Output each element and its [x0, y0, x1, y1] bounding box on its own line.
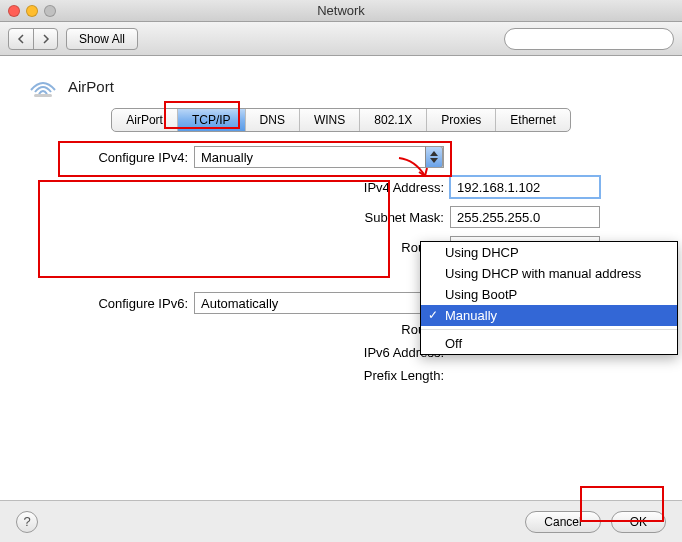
window-title: Network [0, 3, 682, 18]
configure-ipv6-label: Configure IPv6: [28, 296, 188, 311]
search-input[interactable] [504, 28, 674, 50]
chevron-right-icon [41, 34, 51, 44]
search-box [504, 28, 674, 50]
tab-tcpip[interactable]: TCP/IP [177, 109, 245, 131]
traffic-lights [0, 5, 56, 17]
stepper-icon [425, 146, 443, 168]
subnet-mask-input[interactable] [450, 206, 600, 228]
tab-8021x[interactable]: 802.1X [359, 109, 426, 131]
configure-ipv6-select[interactable]: Automatically [194, 292, 444, 314]
configure-ipv4-select[interactable]: Manually [194, 146, 444, 168]
popup-item[interactable]: Using DHCP [421, 242, 677, 263]
forward-button[interactable] [33, 29, 57, 49]
configure-ipv6-value: Automatically [201, 296, 278, 311]
tab-ethernet[interactable]: Ethernet [495, 109, 569, 131]
close-window-button[interactable] [8, 5, 20, 17]
content-pane: AirPort AirPortTCP/IPDNSWINS802.1XProxie… [0, 56, 682, 399]
tab-dns[interactable]: DNS [245, 109, 299, 131]
prefix-length-label: Prefix Length: [194, 368, 444, 383]
tab-airport[interactable]: AirPort [112, 109, 177, 131]
nav-segmented [8, 28, 58, 50]
ipv4-address-input[interactable] [450, 176, 600, 198]
configure-ipv4-value: Manually [201, 150, 253, 165]
ipv4-address-label: IPv4 Address: [194, 180, 444, 195]
popup-item[interactable]: Off [421, 333, 677, 354]
panel-header: AirPort [28, 74, 654, 98]
svg-rect-2 [34, 94, 52, 97]
tab-proxies[interactable]: Proxies [426, 109, 495, 131]
configure-ipv4-popup: Using DHCPUsing DHCP with manual address… [420, 241, 678, 355]
help-icon: ? [23, 514, 30, 529]
popup-item[interactable]: Manually [421, 305, 677, 326]
subnet-mask-label: Subnet Mask: [194, 210, 444, 225]
titlebar: Network [0, 0, 682, 22]
help-button[interactable]: ? [16, 511, 38, 533]
popup-item[interactable]: Using BootP [421, 284, 677, 305]
ipv6-address-label: IPv6 Address: [194, 345, 444, 360]
ipv6-router-label: Router: [194, 322, 444, 337]
toolbar: Show All [0, 22, 682, 56]
ok-button[interactable]: OK [611, 511, 666, 533]
tabs-bar: AirPortTCP/IPDNSWINS802.1XProxiesEtherne… [28, 108, 654, 132]
cancel-button[interactable]: Cancel [525, 511, 600, 533]
show-all-button[interactable]: Show All [66, 28, 138, 50]
zoom-window-button[interactable] [44, 5, 56, 17]
panel-title: AirPort [68, 78, 114, 95]
back-button[interactable] [9, 29, 33, 49]
popup-item[interactable]: Using DHCP with manual address [421, 263, 677, 284]
chevron-left-icon [16, 34, 26, 44]
minimize-window-button[interactable] [26, 5, 38, 17]
tab-wins[interactable]: WINS [299, 109, 359, 131]
configure-ipv4-label: Configure IPv4: [28, 150, 188, 165]
footer: ? Cancel OK [0, 500, 682, 542]
router-label: Router: [194, 240, 444, 255]
airport-icon [28, 74, 58, 98]
